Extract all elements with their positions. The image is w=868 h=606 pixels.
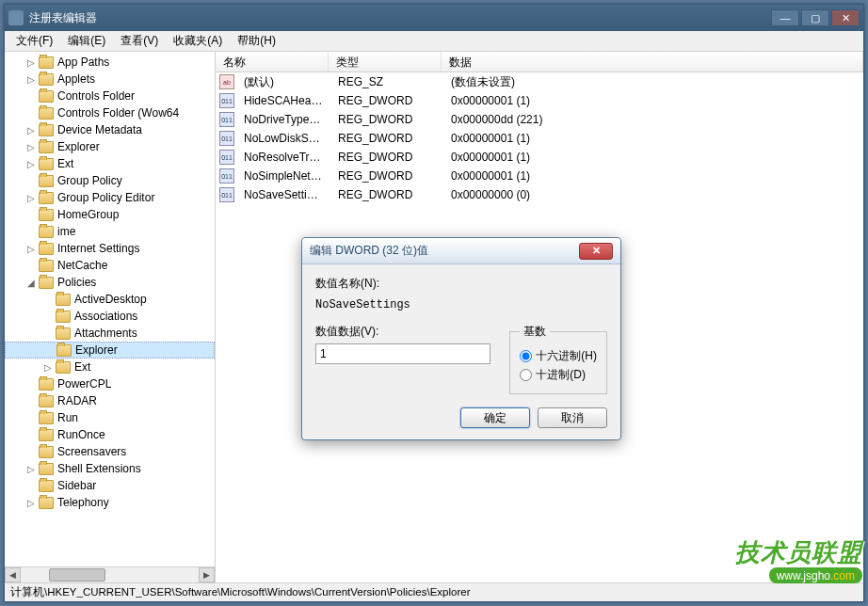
tree-pane: ▷App Paths▷AppletsControls FolderControl…	[5, 52, 216, 582]
tree-item[interactable]: Explorer	[5, 342, 215, 359]
cell-name: NoResolveTrack	[236, 151, 330, 164]
cell-type: REG_DWORD	[330, 169, 443, 183]
scroll-thumb[interactable]	[49, 568, 105, 582]
expander-closed-icon[interactable]: ▷	[25, 463, 37, 474]
close-button[interactable]: ✕	[831, 9, 860, 26]
menubar: 文件(F) 编辑(E) 查看(V) 收藏夹(A) 帮助(H)	[5, 31, 863, 52]
titlebar[interactable]: 注册表编辑器 — ▢ ✕	[5, 5, 863, 31]
tree-item[interactable]: ▷App Paths	[5, 54, 215, 71]
tree-item[interactable]: ▷Applets	[5, 71, 215, 88]
list-row[interactable]: ab(默认)REG_SZ(数值未设置)	[216, 72, 863, 91]
menu-help[interactable]: 帮助(H)	[230, 31, 283, 51]
tree-item[interactable]: Associations	[5, 308, 215, 325]
expander-open-icon[interactable]: ◢	[25, 277, 37, 288]
expander-none	[25, 429, 37, 440]
menu-file[interactable]: 文件(F)	[8, 31, 60, 51]
tree-item-label: Device Metadata	[57, 123, 142, 136]
dialog-titlebar[interactable]: 编辑 DWORD (32 位)值 ✕	[302, 238, 620, 264]
folder-icon	[39, 124, 54, 136]
tree-item[interactable]: Group Policy	[5, 172, 215, 189]
tree-item[interactable]: ▷Ext	[5, 155, 215, 172]
base-fieldset: 基数 十六进制(H) 十进制(D)	[509, 324, 607, 394]
tree-item[interactable]: ime	[5, 223, 215, 240]
expander-closed-icon[interactable]: ▷	[42, 361, 54, 373]
expander-none	[25, 226, 37, 237]
expander-closed-icon[interactable]: ▷	[25, 73, 37, 85]
dialog-close-button[interactable]: ✕	[579, 243, 613, 260]
expander-closed-icon[interactable]: ▷	[25, 243, 37, 254]
folder-icon	[39, 378, 54, 391]
tree-item[interactable]: HomeGroup	[5, 206, 215, 223]
radio-dec-row[interactable]: 十进制(D)	[520, 367, 597, 383]
list-row[interactable]: 011NoResolveTrackREG_DWORD0x00000001 (1)	[216, 148, 863, 167]
tree-item[interactable]: ▷Explorer	[5, 138, 215, 155]
tree-item[interactable]: Screensavers	[5, 443, 215, 460]
radio-hex-row[interactable]: 十六进制(H)	[520, 348, 597, 364]
tree-item[interactable]: ▷Shell Extensions	[5, 460, 215, 477]
tree-item[interactable]: ▷Device Metadata	[5, 121, 215, 138]
list-row[interactable]: 011NoLowDiskSp...REG_DWORD0x00000001 (1)	[216, 129, 863, 148]
expander-closed-icon[interactable]: ▷	[25, 497, 37, 508]
tree-hscrollbar[interactable]: ◀ ▶	[5, 566, 215, 582]
tree-item[interactable]: NetCache	[5, 257, 215, 274]
menu-view[interactable]: 查看(V)	[113, 31, 166, 51]
tree-item-label: Explorer	[57, 140, 100, 153]
tree-item-label: Sidebar	[57, 479, 96, 492]
col-data[interactable]: 数据	[442, 52, 863, 72]
list-row[interactable]: 011NoDriveTypeA...REG_DWORD0x000000dd (2…	[216, 110, 863, 129]
minimize-button[interactable]: —	[771, 9, 799, 26]
folder-icon	[39, 192, 54, 204]
scroll-track[interactable]	[21, 567, 199, 582]
folder-icon	[39, 429, 54, 441]
cancel-button[interactable]: 取消	[538, 407, 607, 428]
tree-item[interactable]: PowerCPL	[5, 375, 215, 392]
expander-closed-icon[interactable]: ▷	[25, 158, 37, 169]
tree-item[interactable]: RADAR	[5, 392, 215, 409]
tree-item[interactable]: Attachments	[5, 325, 215, 342]
cell-data: 0x00000001 (1)	[443, 94, 863, 107]
tree-item[interactable]: ▷Internet Settings	[5, 240, 215, 257]
list-row[interactable]: 011NoSaveSettingsREG_DWORD0x00000000 (0)	[216, 185, 863, 204]
dword-value-icon: 011	[219, 112, 234, 127]
menu-edit[interactable]: 编辑(E)	[60, 31, 113, 51]
expander-closed-icon[interactable]: ▷	[25, 192, 37, 203]
tree-item-label: Ext	[74, 360, 90, 374]
radio-hex[interactable]	[520, 350, 532, 362]
expander-closed-icon[interactable]: ▷	[25, 124, 37, 136]
tree-item[interactable]: ActiveDesktop	[5, 291, 215, 308]
scroll-left-button[interactable]: ◀	[5, 567, 21, 582]
col-type[interactable]: 类型	[329, 52, 442, 72]
registry-tree[interactable]: ▷App Paths▷AppletsControls FolderControl…	[5, 52, 215, 513]
tree-item[interactable]: Run	[5, 409, 215, 426]
tree-item[interactable]: ▷Ext	[5, 359, 215, 375]
expander-none	[43, 344, 55, 356]
tree-item-label: Attachments	[74, 327, 137, 340]
tree-item[interactable]: ▷Group Policy Editor	[5, 189, 215, 206]
folder-icon	[56, 344, 72, 357]
list-row[interactable]: 011HideSCAHealthREG_DWORD0x00000001 (1)	[216, 91, 863, 110]
expander-closed-icon[interactable]: ▷	[25, 56, 37, 68]
scroll-right-button[interactable]: ▶	[199, 567, 215, 582]
statusbar: 计算机\HKEY_CURRENT_USER\Software\Microsoft…	[5, 582, 863, 601]
menu-favorites[interactable]: 收藏夹(A)	[166, 31, 230, 51]
expander-none	[25, 209, 37, 220]
ok-button[interactable]: 确定	[460, 407, 530, 428]
app-icon	[8, 10, 24, 25]
tree-item[interactable]: ◢Policies	[5, 274, 215, 291]
radio-dec-label: 十进制(D)	[536, 367, 586, 383]
maximize-button[interactable]: ▢	[801, 9, 829, 26]
radio-dec[interactable]	[520, 369, 532, 381]
tree-item[interactable]: RunOnce	[5, 426, 215, 443]
cell-type: REG_SZ	[330, 75, 443, 88]
tree-item[interactable]: Controls Folder	[5, 88, 215, 104]
col-name[interactable]: 名称	[216, 52, 329, 72]
tree-item[interactable]: Controls Folder (Wow64	[5, 104, 215, 121]
expander-none	[25, 412, 37, 423]
folder-icon	[39, 412, 54, 424]
list-row[interactable]: 011NoSimpleNetI...REG_DWORD0x00000001 (1…	[216, 167, 863, 185]
folder-icon	[39, 90, 54, 103]
tree-item[interactable]: ▷Telephony	[5, 494, 215, 511]
expander-closed-icon[interactable]: ▷	[25, 141, 37, 152]
tree-item[interactable]: Sidebar	[5, 477, 215, 494]
value-data-input[interactable]	[315, 343, 490, 364]
